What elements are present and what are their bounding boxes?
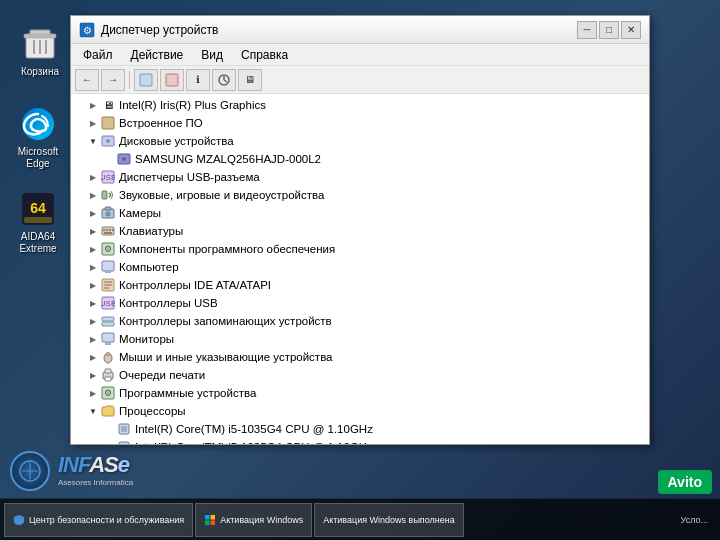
expand-ide[interactable]: ▶ bbox=[87, 279, 99, 291]
tree-item-usb2[interactable]: ▶ USB Контроллеры USB bbox=[71, 294, 649, 312]
taskbar-activation-label: Активация Windows bbox=[220, 515, 303, 525]
tree-item-usb[interactable]: ▶ USB Диспетчеры USB-разъема bbox=[71, 168, 649, 186]
expand-cpu[interactable]: ▼ bbox=[87, 405, 99, 417]
icon-computer bbox=[100, 259, 116, 275]
tree-item-keyboard[interactable]: ▶ Клавиатуры bbox=[71, 222, 649, 240]
menu-bar: Файл Действие Вид Справка bbox=[71, 44, 649, 66]
tree-item-software[interactable]: ▶ ⚙ Компоненты программного обеспечения bbox=[71, 240, 649, 258]
taskbar-security-label: Центр безопасности и обслуживания bbox=[29, 515, 184, 525]
svg-text:⚙: ⚙ bbox=[104, 244, 112, 254]
svg-text:USB: USB bbox=[101, 299, 115, 308]
svg-rect-32 bbox=[112, 229, 114, 231]
minimize-button[interactable]: ─ bbox=[577, 21, 597, 39]
toolbar-btn-info[interactable]: ℹ bbox=[186, 69, 210, 91]
toolbar-btn-1[interactable] bbox=[134, 69, 158, 91]
expand-bios[interactable]: ▶ bbox=[87, 117, 99, 129]
menu-help[interactable]: Справка bbox=[233, 46, 296, 64]
toolbar-btn-monitor[interactable]: 🖥 bbox=[238, 69, 262, 91]
svg-rect-5 bbox=[24, 34, 56, 38]
icon-disk bbox=[100, 133, 116, 149]
svg-rect-44 bbox=[102, 317, 114, 321]
tree-item-mouse[interactable]: ▶ Мыши и иные указывающие устройства bbox=[71, 348, 649, 366]
desktop-icon-aida64[interactable]: 64 AIDA64 Extreme bbox=[8, 185, 68, 259]
label-usb2: Контроллеры USB bbox=[119, 297, 218, 309]
tree-item-ide[interactable]: ▶ Контроллеры IDE ATA/ATAPI bbox=[71, 276, 649, 294]
tree-item-iris[interactable]: ▶ 🖥 Intel(R) Iris(R) Plus Graphics bbox=[71, 96, 649, 114]
taskbar-activated[interactable]: Активация Windows выполнена bbox=[314, 503, 464, 537]
status-text: Усло... bbox=[681, 515, 708, 525]
icon-monitor bbox=[100, 331, 116, 347]
expand-computer[interactable]: ▶ bbox=[87, 261, 99, 273]
expand-sound[interactable]: ▶ bbox=[87, 189, 99, 201]
taskbar-activation[interactable]: Активация Windows bbox=[195, 503, 312, 537]
svg-rect-45 bbox=[102, 322, 114, 326]
label-camera: Камеры bbox=[119, 207, 161, 219]
svg-rect-84 bbox=[205, 515, 210, 520]
svg-point-19 bbox=[106, 139, 110, 143]
expand-monitor[interactable]: ▶ bbox=[87, 333, 99, 345]
svg-rect-30 bbox=[106, 229, 108, 231]
tree-item-storage[interactable]: ▶ Контроллеры запоминающих устройств bbox=[71, 312, 649, 330]
tree-item-camera[interactable]: ▶ Камеры bbox=[71, 204, 649, 222]
tree-item-monitor[interactable]: ▶ Мониторы bbox=[71, 330, 649, 348]
window-title: Диспетчер устройств bbox=[101, 23, 577, 37]
label-cpu: Процессоры bbox=[119, 405, 186, 417]
svg-text:USB: USB bbox=[101, 173, 115, 182]
expand-mouse[interactable]: ▶ bbox=[87, 351, 99, 363]
toolbar-btn-2[interactable] bbox=[160, 69, 184, 91]
tree-item-cpu1[interactable]: ▶ Intel(R) Core(TM) i5-1035G4 CPU @ 1.10… bbox=[71, 420, 649, 438]
tree-item-print[interactable]: ▶ Очереди печати bbox=[71, 366, 649, 384]
tree-item-disk[interactable]: ▼ Дисковые устройства bbox=[71, 132, 649, 150]
expand-usb[interactable]: ▶ bbox=[87, 171, 99, 183]
tree-item-bios[interactable]: ▶ Встроенное ПО bbox=[71, 114, 649, 132]
desktop-icon-recycle-bin[interactable]: Корзина bbox=[10, 20, 70, 82]
icon-software: ⚙ bbox=[100, 241, 116, 257]
icon-cpu1 bbox=[116, 421, 132, 437]
expand-iris[interactable]: ▶ bbox=[87, 99, 99, 111]
device-tree[interactable]: ▶ 🖥 Intel(R) Iris(R) Plus Graphics ▶ Вст… bbox=[71, 94, 649, 444]
label-samsung: SAMSUNG MZALQ256HAJD-000L2 bbox=[135, 153, 321, 165]
svg-rect-31 bbox=[109, 229, 111, 231]
svg-rect-53 bbox=[105, 377, 111, 381]
title-bar: ⚙ Диспетчер устройств ─ □ ✕ bbox=[71, 16, 649, 44]
expand-software[interactable]: ▶ bbox=[87, 243, 99, 255]
label-ide: Контроллеры IDE ATA/ATAPI bbox=[119, 279, 271, 291]
device-manager-window: ⚙ Диспетчер устройств ─ □ ✕ Файл Действи… bbox=[70, 15, 650, 445]
tree-item-samsung[interactable]: ▶ SAMSUNG MZALQ256HAJD-000L2 bbox=[71, 150, 649, 168]
security-icon bbox=[13, 514, 25, 526]
icon-usb2: USB bbox=[100, 295, 116, 311]
toolbar-separator-1 bbox=[129, 71, 130, 89]
tree-item-cpu[interactable]: ▼ Процессоры bbox=[71, 402, 649, 420]
expand-usb2[interactable]: ▶ bbox=[87, 297, 99, 309]
expand-progdev[interactable]: ▶ bbox=[87, 387, 99, 399]
expand-print[interactable]: ▶ bbox=[87, 369, 99, 381]
tree-item-computer[interactable]: ▶ Компьютер bbox=[71, 258, 649, 276]
menu-action[interactable]: Действие bbox=[123, 46, 192, 64]
expand-storage[interactable]: ▶ bbox=[87, 315, 99, 327]
svg-rect-13 bbox=[166, 74, 178, 86]
svg-rect-33 bbox=[104, 232, 112, 234]
svg-rect-57 bbox=[121, 426, 127, 432]
menu-view[interactable]: Вид bbox=[193, 46, 231, 64]
expand-disk[interactable]: ▼ bbox=[87, 135, 99, 147]
recycle-bin-label: Корзина bbox=[21, 66, 59, 78]
maximize-button[interactable]: □ bbox=[599, 21, 619, 39]
expand-camera[interactable]: ▶ bbox=[87, 207, 99, 219]
svg-rect-86 bbox=[205, 520, 210, 525]
svg-rect-46 bbox=[102, 333, 114, 342]
infase-name: INFASe bbox=[58, 452, 133, 478]
expand-keyboard[interactable]: ▶ bbox=[87, 225, 99, 237]
icon-keyboard bbox=[100, 223, 116, 239]
toolbar-btn-3[interactable] bbox=[212, 69, 236, 91]
menu-file[interactable]: Файл bbox=[75, 46, 121, 64]
label-usb: Диспетчеры USB-разъема bbox=[119, 171, 260, 183]
svg-rect-37 bbox=[105, 271, 111, 273]
forward-button[interactable]: → bbox=[101, 69, 125, 91]
taskbar-security[interactable]: Центр безопасности и обслуживания bbox=[4, 503, 193, 537]
label-print: Очереди печати bbox=[119, 369, 205, 381]
back-button[interactable]: ← bbox=[75, 69, 99, 91]
tree-item-sound[interactable]: ▶ Звуковые, игровые и видеоустройства bbox=[71, 186, 649, 204]
desktop-icon-edge[interactable]: Microsoft Edge bbox=[8, 100, 68, 174]
close-button[interactable]: ✕ bbox=[621, 21, 641, 39]
tree-item-progdev[interactable]: ▶ ⚙ Программные устройства bbox=[71, 384, 649, 402]
